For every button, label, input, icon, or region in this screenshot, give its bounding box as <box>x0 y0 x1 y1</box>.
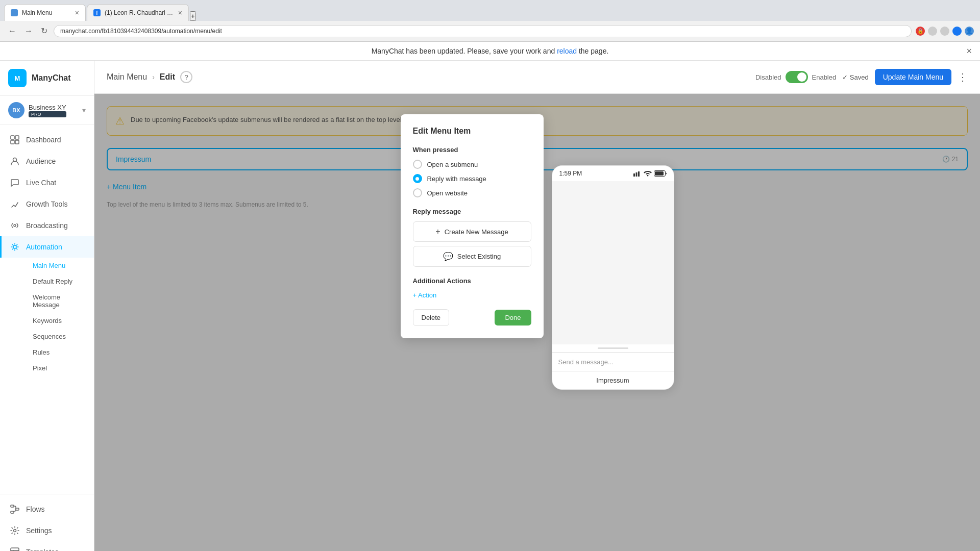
radio-open-website-circle <box>413 188 422 197</box>
manychat-logo-icon: M <box>8 69 27 87</box>
tab-favicon-manychat <box>11 9 18 16</box>
header-right-actions: Disabled Enabled ✓ Saved Update Main Men… <box>755 69 968 85</box>
page-header: Main Menu › Edit ? Disabled Enabled ✓ Sa… <box>94 61 980 94</box>
browser-chrome: Main Menu × f (1) Leon R. Chaudhari | Fa… <box>0 0 980 42</box>
delete-button[interactable]: Delete <box>413 309 450 326</box>
banner-close-button[interactable]: × <box>966 46 972 57</box>
sidebar-item-dashboard[interactable]: Dashboard <box>0 129 94 151</box>
tab-close-facebook[interactable]: × <box>178 9 182 17</box>
radio-open-submenu-circle <box>413 160 422 169</box>
phone-body <box>552 181 674 344</box>
svg-rect-8 <box>11 505 14 507</box>
more-options-button[interactable]: ⋮ <box>958 71 968 83</box>
forward-button[interactable]: → <box>22 24 35 38</box>
breadcrumb-current: Edit <box>160 72 175 82</box>
create-new-message-button[interactable]: + Create New Message <box>413 221 531 242</box>
profile-icon[interactable]: 👤 <box>965 27 974 36</box>
sidebar-navigation: Dashboard Audience Live Chat Growth Tool… <box>0 125 94 494</box>
phone-signal-icons <box>633 170 667 177</box>
audience-icon <box>10 156 20 166</box>
additional-actions-label: Additional Actions <box>413 277 531 285</box>
phone-scroll-indicator <box>598 347 628 349</box>
url-bar[interactable]: manychat.com/fb181039443240830​9/automat… <box>54 25 912 37</box>
when-pressed-label: When pressed <box>413 146 531 154</box>
reply-message-section: Reply message + Create New Message 💬 Sel… <box>413 208 531 267</box>
svg-rect-2 <box>11 136 14 139</box>
reply-options: + Create New Message 💬 Select Existing <box>413 221 531 267</box>
sub-item-rules[interactable]: Rules <box>24 344 94 360</box>
svg-text:M: M <box>15 74 20 82</box>
browser-tab-active[interactable]: Main Menu × <box>4 4 86 21</box>
breadcrumb-parent: Main Menu <box>107 72 147 82</box>
toggle-group: Disabled Enabled <box>755 71 836 83</box>
svg-rect-18 <box>655 171 664 176</box>
update-main-menu-button[interactable]: Update Main Menu <box>875 69 951 85</box>
tab-close-button[interactable]: × <box>75 9 79 17</box>
automation-sub-nav: Main Menu Default Reply Welcome Message … <box>0 258 94 376</box>
radio-reply-with-message-circle <box>413 174 422 183</box>
enabled-toggle[interactable] <box>786 71 808 83</box>
banner-text: ManyChat has been updated. Please, save … <box>372 47 555 55</box>
update-banner: ManyChat has been updated. Please, save … <box>0 42 980 61</box>
ext-icon-1: 🔒 <box>916 27 925 36</box>
business-details: Business XY PRO <box>29 104 66 117</box>
browser-tab-facebook[interactable]: f (1) Leon R. Chaudhari | Face... × <box>87 4 189 21</box>
sub-item-pixel[interactable]: Pixel <box>24 360 94 376</box>
svg-rect-13 <box>633 173 635 177</box>
saved-status: ✓ Saved <box>842 73 868 81</box>
refresh-button[interactable]: ↻ <box>39 24 50 38</box>
back-button[interactable]: ← <box>6 24 18 38</box>
select-icon: 💬 <box>443 252 453 261</box>
sidebar-item-livechat[interactable]: Live Chat <box>0 172 94 193</box>
radio-open-submenu[interactable]: Open a submenu <box>413 160 531 169</box>
svg-point-11 <box>14 530 16 532</box>
breadcrumb-area: Main Menu › Edit ? <box>107 71 192 83</box>
create-new-label: Create New Message <box>445 228 508 236</box>
sidebar-item-flows[interactable]: Flows <box>0 498 94 520</box>
when-pressed-radio-group: Open a submenu Reply with message Open w… <box>413 160 531 197</box>
plus-icon: + <box>435 227 440 236</box>
sidebar-item-settings[interactable]: Settings <box>0 520 94 541</box>
templates-icon <box>10 547 20 551</box>
dashboard-icon <box>10 135 20 145</box>
ext-icon-4 <box>952 27 962 36</box>
dashboard-label: Dashboard <box>26 136 61 144</box>
sidebar-item-audience[interactable]: Audience <box>0 151 94 172</box>
new-tab-button[interactable]: + <box>190 11 196 21</box>
sidebar-item-growth-tools[interactable]: Growth Tools <box>0 193 94 215</box>
help-button[interactable]: ? <box>180 71 192 83</box>
sub-item-default-reply[interactable]: Default Reply <box>24 273 94 289</box>
banner-reload-link[interactable]: reload <box>557 47 577 55</box>
radio-reply-with-message-label: Reply with message <box>427 175 486 183</box>
sub-item-main-menu[interactable]: Main Menu <box>24 258 94 273</box>
radio-open-website[interactable]: Open website <box>413 188 531 197</box>
modal-footer: Delete Done <box>413 309 531 326</box>
tab-title-manychat: Main Menu <box>22 9 71 16</box>
done-button[interactable]: Done <box>495 310 531 325</box>
svg-rect-9 <box>16 508 19 510</box>
business-avatar: BX <box>8 102 24 118</box>
tab-favicon-facebook: f <box>93 9 101 16</box>
sidebar: M ManyChat BX Business XY PRO ▾ <box>0 61 94 551</box>
select-existing-button[interactable]: 💬 Select Existing <box>413 246 531 267</box>
sidebar-item-templates[interactable]: Templates <box>0 541 94 551</box>
ext-icon-3 <box>940 27 949 36</box>
radio-reply-with-message[interactable]: Reply with message <box>413 174 531 183</box>
sidebar-item-automation[interactable]: Automation <box>0 236 94 258</box>
sub-item-keywords[interactable]: Keywords <box>24 313 94 329</box>
sidebar-item-broadcasting[interactable]: Broadcasting <box>0 215 94 236</box>
content-area: ⚠ Due to upcoming Facebook's update subm… <box>94 94 980 551</box>
sub-item-welcome-message[interactable]: Welcome Message <box>24 289 94 313</box>
business-selector[interactable]: BX Business XY PRO ▾ <box>0 96 94 125</box>
settings-label: Settings <box>26 527 52 535</box>
add-action-button[interactable]: + Action <box>413 291 437 299</box>
phone-menu-item: Impressum <box>552 371 674 389</box>
sidebar-logo-text: ManyChat <box>32 73 70 83</box>
sidebar-logo: M ManyChat <box>0 61 94 96</box>
settings-icon <box>10 525 20 536</box>
app-layout: M ManyChat BX Business XY PRO ▾ <box>0 61 980 551</box>
sub-item-sequences[interactable]: Sequences <box>24 329 94 344</box>
business-badge: PRO <box>29 111 66 117</box>
radio-open-submenu-label: Open a submenu <box>427 161 478 168</box>
saved-label: ✓ Saved <box>842 73 868 81</box>
